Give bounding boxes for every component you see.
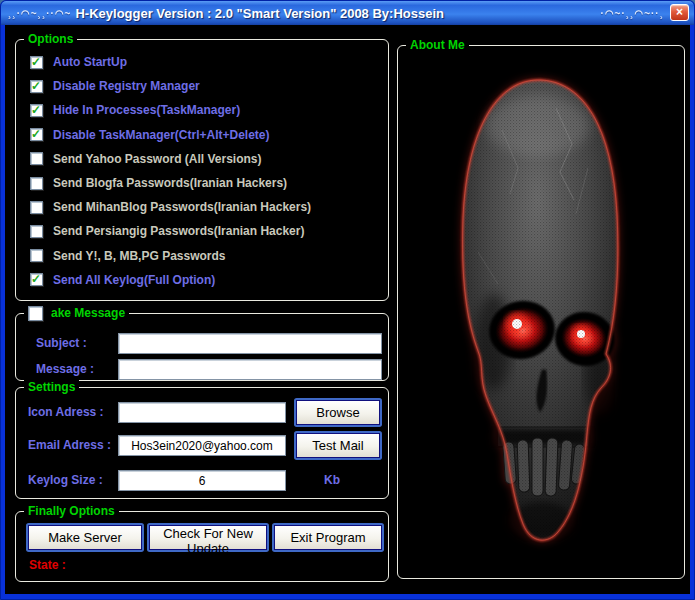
checkbox-icon[interactable]: ✓ <box>30 177 43 190</box>
client-area: Options ✓ Auto StartUp ✓ Disable Registr… <box>5 25 690 594</box>
finally-options-group: Finally Options Make Server Check For Ne… <box>15 511 389 582</box>
option-label: Send Y!, B, MB,PG Passwords <box>53 249 226 263</box>
window-title: H-Keylogger Version : 2.0 "Smart Version… <box>75 6 444 21</box>
settings-group-title: Settings <box>24 379 79 395</box>
finally-options-group-title: Finally Options <box>24 503 119 519</box>
checkbox-icon[interactable]: ✓ <box>30 104 43 117</box>
close-button[interactable]: × <box>670 4 689 21</box>
icon-address-input[interactable] <box>118 402 286 423</box>
option-label: Send MihanBlog Passwords(Iranian Hackers… <box>53 200 311 214</box>
options-list: ✓ Auto StartUp ✓ Disable Registry Manage… <box>16 40 388 292</box>
checkbox-icon[interactable]: ✓ <box>30 128 43 141</box>
keylog-size-label: Keylog Size : <box>28 473 103 487</box>
option-label: Send Yahoo Password (All Versions) <box>53 152 262 166</box>
close-icon: × <box>676 5 683 19</box>
option-disable-taskmanager[interactable]: ✓ Disable TaskManager(Ctrl+Alt+Delete) <box>16 123 388 147</box>
message-label: Message : <box>36 362 94 376</box>
option-send-mihanblog[interactable]: ✓ Send MihanBlog Passwords(Iranian Hacke… <box>16 195 388 219</box>
option-send-persiangig[interactable]: ✓ Send Persiangig Passwords(Iranian Hack… <box>16 219 388 243</box>
checkbox-icon[interactable]: ✓ <box>30 80 43 93</box>
subject-label: Subject : <box>36 336 87 350</box>
option-label: Send Persiangig Passwords(Iranian Hacker… <box>53 224 304 238</box>
test-mail-button[interactable]: Test Mail <box>296 433 380 458</box>
fake-message-legend[interactable]: ✓ ake Message <box>24 305 129 321</box>
checkbox-icon[interactable]: ✓ <box>30 273 43 286</box>
option-label: Hide In Processes(TaskManager) <box>53 103 240 117</box>
option-label: Auto StartUp <box>53 55 127 69</box>
option-label: Send All Keylog(Full Option) <box>53 273 215 287</box>
browse-button[interactable]: Browse <box>296 400 380 425</box>
option-auto-startup[interactable]: ✓ Auto StartUp <box>16 50 388 74</box>
exit-program-button[interactable]: Exit Program <box>274 525 382 550</box>
icon-address-label: Icon Adress : <box>28 405 104 419</box>
title-bar[interactable]: ¸¸·◠~¸¸··◠~ H-Keylogger Version : 2.0 "S… <box>1 1 694 25</box>
checkbox-icon[interactable]: ✓ <box>30 201 43 214</box>
check-update-button[interactable]: Check For New Update <box>149 525 267 550</box>
fake-message-title: ake Message <box>51 305 125 321</box>
app-window: ¸¸·◠~¸¸··◠~ H-Keylogger Version : 2.0 "S… <box>0 0 695 600</box>
titlebar-decor-right: ·◠~·¸¸◠~··¸ <box>601 8 664 19</box>
keylog-unit-label: Kb <box>324 473 340 487</box>
subject-input[interactable] <box>118 333 382 354</box>
option-send-all-keylog[interactable]: ✓ Send All Keylog(Full Option) <box>16 268 388 292</box>
option-send-all-passwords[interactable]: ✓ Send Y!, B, MB,PG Passwords <box>16 244 388 268</box>
about-me-group-title: About Me <box>406 37 469 53</box>
make-server-button[interactable]: Make Server <box>28 525 142 550</box>
checkbox-icon[interactable]: ✓ <box>30 225 43 238</box>
email-address-input[interactable] <box>118 435 286 456</box>
option-hide-in-processes[interactable]: ✓ Hide In Processes(TaskManager) <box>16 98 388 122</box>
settings-group: Settings Icon Adress : Browse Email Adre… <box>15 387 389 499</box>
keylog-size-input[interactable] <box>118 470 286 491</box>
checkbox-icon[interactable]: ✓ <box>30 56 43 69</box>
option-label: Disable Registry Manager <box>53 79 200 93</box>
option-send-blogfa[interactable]: ✓ Send Blogfa Passwords(Iranian Hackers) <box>16 171 388 195</box>
skull-image <box>438 72 644 554</box>
fake-message-checkbox[interactable]: ✓ <box>28 306 43 321</box>
about-me-group: About Me <box>397 45 685 579</box>
option-send-yahoo[interactable]: ✓ Send Yahoo Password (All Versions) <box>16 147 388 171</box>
checkbox-icon[interactable]: ✓ <box>30 152 43 165</box>
email-address-label: Email Adress : <box>28 438 111 452</box>
option-label: Disable TaskManager(Ctrl+Alt+Delete) <box>53 128 270 142</box>
titlebar-decor-left: ¸¸·◠~¸¸··◠~ <box>8 8 71 19</box>
options-group: Options ✓ Auto StartUp ✓ Disable Registr… <box>15 39 389 301</box>
state-label: State : <box>29 558 66 572</box>
fake-message-group: ✓ ake Message Subject : Message : <box>15 313 389 381</box>
message-input[interactable] <box>118 359 382 380</box>
option-disable-registry[interactable]: ✓ Disable Registry Manager <box>16 74 388 98</box>
option-label: Send Blogfa Passwords(Iranian Hackers) <box>53 176 287 190</box>
checkbox-icon[interactable]: ✓ <box>30 249 43 262</box>
